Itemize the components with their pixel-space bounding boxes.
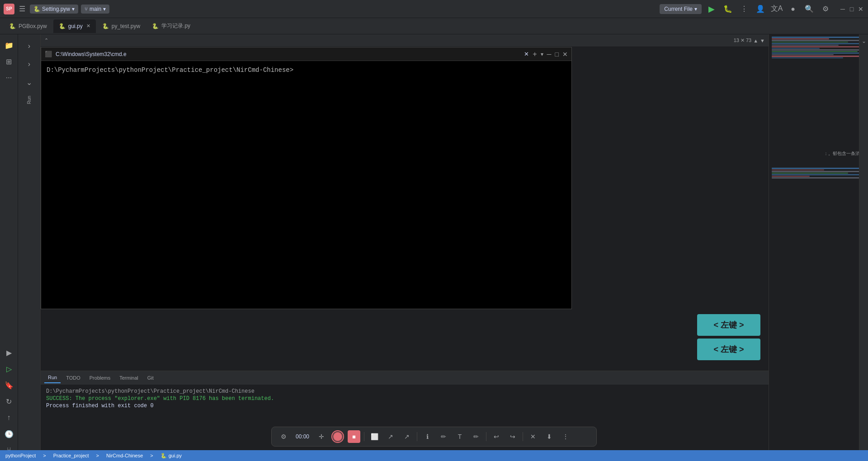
- tab-xuexi-icon: 🐍: [152, 23, 159, 29]
- toolbar-divider-3: [486, 432, 486, 441]
- profile-icon[interactable]: 👤: [754, 3, 767, 15]
- run-button[interactable]: ▶: [705, 3, 718, 15]
- bottom-panel: Run TODO Problems Terminal Git D:\Pychar…: [41, 371, 769, 461]
- minimap-line: [772, 48, 820, 49]
- sidebar-icon-up-arrow[interactable]: ↑: [2, 410, 16, 425]
- maximize-button[interactable]: □: [848, 5, 855, 13]
- more-options-icon: ⋮: [741, 5, 748, 13]
- toolbar-more-button[interactable]: ⋮: [559, 430, 572, 443]
- toolbar-download-button[interactable]: ⬇: [543, 430, 556, 443]
- toolbar-divider-2: [417, 432, 417, 441]
- settings-icon[interactable]: ⚙: [819, 3, 832, 15]
- current-file-button[interactable]: Current File ▾: [660, 4, 702, 14]
- current-file-label: Current File: [664, 6, 693, 12]
- app-icon-label: SP: [6, 6, 12, 11]
- editor-header-chevron-up: ⌃: [44, 38, 48, 43]
- toolbar-info-button[interactable]: ℹ: [421, 430, 434, 443]
- hamburger-menu-icon[interactable]: ☰: [17, 3, 27, 15]
- toolbar-text-button[interactable]: T: [453, 430, 466, 443]
- cmd-minimize-button[interactable]: ─: [547, 51, 552, 58]
- sidebar-icon-structure[interactable]: ⊞: [2, 54, 16, 69]
- tab-pytest[interactable]: 🐍 py_test.pyw: [97, 19, 146, 33]
- project-badge[interactable]: 🐍 Setting.pyw ▾: [30, 5, 78, 14]
- main-layout: 📁 ⊞ ··· ▶ ▷ 🔖 ↻ ↑ 🕒 ⑂ › › ⌄ Run ⌃ 13 ✕ 7…: [0, 34, 868, 461]
- bottom-tab-git[interactable]: Git: [144, 372, 157, 383]
- cmd-maximize-button[interactable]: □: [555, 51, 559, 58]
- bottom-tab-run[interactable]: Run: [44, 372, 61, 383]
- cmd-chevron-icon[interactable]: ▾: [541, 51, 543, 57]
- bottom-exit-line: Process finished with exit code 0: [46, 403, 763, 409]
- bottom-tab-terminal[interactable]: Terminal: [116, 372, 142, 383]
- toolbar-move-button[interactable]: ✛: [315, 430, 328, 443]
- right-sidebar-minimap: 郁包含一条消息。： ⌄: [769, 34, 868, 461]
- branch-badge[interactable]: ⑂ main ▾: [81, 5, 109, 14]
- project-file-name: Setting.pyw: [42, 6, 70, 12]
- tab-gui-close-icon[interactable]: ✕: [86, 23, 90, 29]
- sidebar-icon-bookmark[interactable]: 🔖: [2, 378, 16, 392]
- toolbar-action3-button[interactable]: ↗: [401, 430, 413, 443]
- status-file[interactable]: 🐍 gui.py: [160, 453, 182, 459]
- tab-xuexi[interactable]: 🐍 学习记录.py: [146, 19, 196, 33]
- sidebar-icon-run2[interactable]: ▷: [2, 362, 16, 376]
- run-panel-btn-chevron-down[interactable]: ⌄: [21, 74, 38, 90]
- toolbar-draw-button[interactable]: ✏: [470, 430, 482, 443]
- app-icon: SP: [4, 4, 14, 14]
- minimap-line: [772, 37, 865, 38]
- toolbar-undo-button[interactable]: ↩: [490, 430, 503, 443]
- zuojian-button-1[interactable]: < 左键 >: [697, 314, 760, 336]
- status-nircmd[interactable]: NirCmd-Chinese: [106, 453, 143, 458]
- sidebar-icon-run[interactable]: ▶: [2, 345, 16, 360]
- toolbar-close-button[interactable]: ✕: [527, 430, 539, 443]
- bottom-tab-terminal-label: Terminal: [119, 375, 138, 381]
- branch-dropdown-icon: ▾: [103, 6, 106, 12]
- sidebar-icon-history[interactable]: 🕒: [2, 427, 16, 441]
- cmd-body[interactable]: D:\PycharmProjects\pythonProject\Practic…: [41, 61, 571, 309]
- project-file-icon: 🐍: [33, 6, 40, 12]
- toolbar-edit-button[interactable]: ✏: [437, 430, 450, 443]
- cmd-close-button[interactable]: ✕: [562, 51, 568, 58]
- search-icon[interactable]: 🔍: [803, 3, 816, 15]
- status-practice[interactable]: Practice_project: [53, 453, 89, 458]
- tab-pgbox-label: PGBox.pyw: [19, 23, 47, 29]
- top-bar: SP ☰ 🐍 Setting.pyw ▾ ⑂ main ▾ Current Fi…: [0, 0, 868, 18]
- toolbar-action1-button[interactable]: ⬜: [368, 430, 381, 443]
- toolbar-stop-button[interactable]: ⏹: [348, 430, 360, 443]
- toolbar-action2-button[interactable]: ↗: [384, 430, 397, 443]
- run-panel-btn-chevron-right[interactable]: ›: [21, 38, 38, 54]
- cmd-plus-icon[interactable]: +: [533, 50, 537, 58]
- minimize-button[interactable]: ─: [839, 5, 846, 13]
- more-options-button[interactable]: ⋮: [738, 3, 750, 15]
- status-practice-label: Practice_project: [53, 453, 89, 458]
- editor-chevron-up[interactable]: ▲: [753, 38, 758, 43]
- translate-icon[interactable]: 文A: [770, 3, 783, 15]
- sidebar-icon-folder[interactable]: 📁: [2, 38, 16, 52]
- sidebar-icon-refresh[interactable]: ↻: [2, 394, 16, 409]
- run-panel-btn-chevron-right2[interactable]: ›: [21, 56, 38, 72]
- bottom-panel-tabs: Run TODO Problems Terminal Git: [41, 371, 769, 385]
- toolbar-settings-button[interactable]: ⚙: [277, 430, 290, 443]
- avatar-icon[interactable]: ●: [787, 3, 799, 15]
- close-button[interactable]: ✕: [857, 5, 864, 13]
- minimap-line: [772, 45, 839, 46]
- sidebar-icon-dots[interactable]: ···: [2, 71, 16, 85]
- right-panel-icon[interactable]: ⌄: [862, 38, 866, 44]
- toolbar-record-button[interactable]: [331, 430, 344, 443]
- tab-pgbox[interactable]: 🐍 PGBox.pyw: [4, 19, 52, 33]
- minimap-line: [772, 177, 865, 179]
- zuojian-button-2[interactable]: < 左键 >: [697, 339, 760, 360]
- toolbar-time: 00:00: [293, 433, 311, 440]
- tab-xuexi-label: 学习记录.py: [161, 22, 190, 30]
- minimap-line: [772, 54, 834, 55]
- cmd-title-text: C:\Windows\System32\cmd.e: [56, 51, 520, 57]
- cmd-close-tab-icon[interactable]: ✕: [524, 51, 529, 57]
- status-project[interactable]: pythonProject: [5, 453, 36, 458]
- editor-chevron-down[interactable]: ▼: [760, 38, 765, 43]
- run-panel-label: Run: [27, 96, 32, 104]
- toolbar-redo-button[interactable]: ↪: [506, 430, 519, 443]
- bottom-tab-todo[interactable]: TODO: [62, 372, 84, 383]
- minimap-line: [772, 56, 865, 57]
- bottom-tab-git-label: Git: [147, 375, 154, 381]
- bottom-tab-problems[interactable]: Problems: [86, 372, 114, 383]
- debug-button[interactable]: 🐛: [722, 3, 734, 15]
- tab-gui[interactable]: 🐍 gui.py ✕: [53, 19, 96, 33]
